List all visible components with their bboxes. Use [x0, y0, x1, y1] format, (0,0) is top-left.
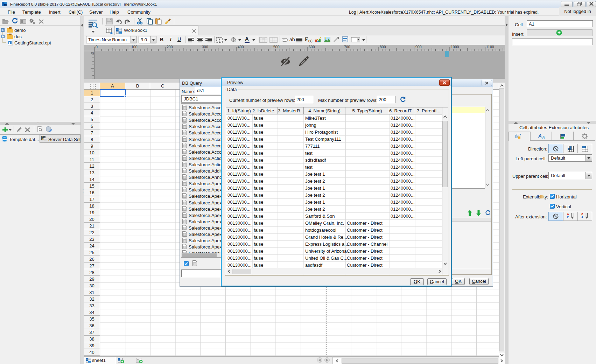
svg-text:0: 0	[96, 45, 98, 49]
svg-text:0: 0	[90, 52, 94, 54]
svg-text:700: 700	[344, 45, 350, 49]
svg-text:500: 500	[273, 45, 280, 49]
svg-text:1000: 1000	[451, 45, 459, 49]
svg-text:200: 200	[167, 45, 173, 49]
svg-text:900: 900	[415, 45, 422, 49]
svg-text:100: 100	[131, 45, 138, 49]
svg-text:400: 400	[238, 45, 244, 49]
svg-text:800: 800	[380, 45, 386, 49]
svg-text:600: 600	[309, 45, 315, 49]
svg-text:300: 300	[202, 45, 208, 49]
svg-text:1100: 1100	[486, 45, 494, 49]
